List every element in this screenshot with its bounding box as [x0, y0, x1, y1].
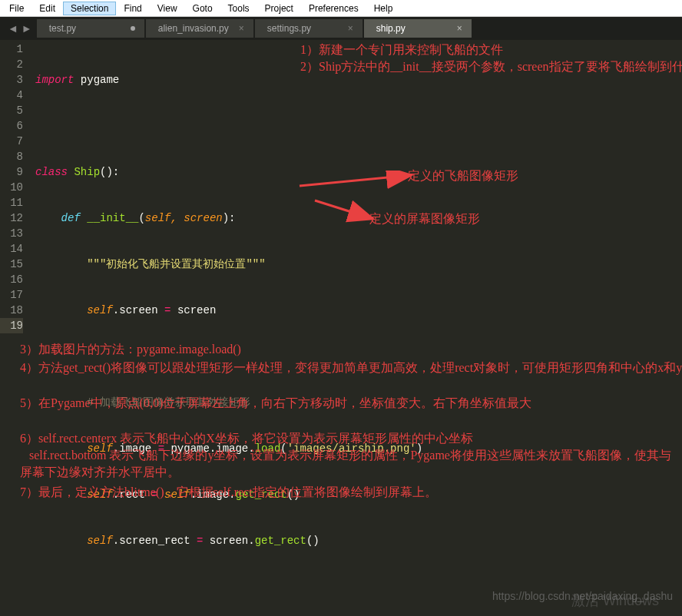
line-number: 16 — [0, 272, 23, 287]
tab-settings-py[interactable]: settings.py × — [255, 19, 363, 38]
line-number: 13 — [0, 226, 23, 241]
nav-back-icon[interactable]: ◄ — [8, 22, 18, 35]
code-area[interactable]: import pygame class Ship(): def __init__… — [28, 40, 682, 616]
annotation-2: 2）Ship方法中的__init__接受两个参数，screen指定了要将飞船绘制… — [300, 58, 677, 75]
line-number: 14 — [0, 241, 23, 257]
tab-label: alien_invasion.py — [158, 23, 229, 34]
line-number: 1 — [0, 41, 23, 57]
menu-preferences[interactable]: Preferences — [301, 2, 366, 15]
tab-nav: ◄ ► — [3, 22, 37, 35]
annotation-side-2: 定义的屏幕图像矩形 — [369, 210, 480, 227]
menu-project[interactable]: Project — [257, 2, 301, 15]
tab-label: ship.py — [376, 23, 406, 34]
line-number: 15 — [0, 257, 23, 272]
menu-tools[interactable]: Tools — [220, 2, 257, 15]
line-number: 12 — [0, 210, 23, 226]
line-number: 5 — [0, 103, 23, 118]
line-number-gutter: 12345678910111213141516171819 — [0, 40, 28, 616]
tab-bar: ◄ ► test.py alien_invasion.py × settings… — [0, 17, 682, 40]
line-number: 2 — [0, 57, 23, 72]
annotation-6: 6）self.rect.centerx 表示飞船中心的X坐标，将它设置为表示屏幕… — [20, 430, 677, 481]
line-number: 18 — [0, 303, 23, 318]
annotation-side-1: 定义的飞船图像矩形 — [408, 167, 518, 184]
tab-label: settings.py — [267, 23, 311, 34]
tab-alien-invasion-py[interactable]: alien_invasion.py × — [146, 19, 253, 38]
line-number: 7 — [0, 134, 23, 149]
tab-ship-py[interactable]: ship.py × — [364, 19, 472, 38]
line-number: 8 — [0, 149, 23, 164]
annotation-5: 5）在Pygame中，原点(0,0)位于屏幕左上角，向右下方移动时，坐标值变大。… — [20, 395, 677, 412]
menu-find[interactable]: Find — [116, 2, 149, 15]
menu-edit[interactable]: Edit — [31, 2, 63, 15]
line-number: 4 — [0, 88, 23, 103]
line-number: 9 — [0, 164, 23, 180]
menu-file[interactable]: File — [2, 2, 31, 15]
tab-label: test.py — [49, 23, 76, 34]
menu-bar: File Edit Selection Find View Goto Tools… — [0, 0, 682, 17]
activate-windows-text: 激活 Windows — [571, 591, 659, 610]
annotation-1: 1）新建一个专门用来控制飞船的文件 — [300, 41, 669, 58]
line-number: 10 — [0, 180, 23, 195]
line-number: 17 — [0, 287, 23, 303]
close-icon[interactable]: × — [457, 23, 462, 34]
code-editor[interactable]: 12345678910111213141516171819 import pyg… — [0, 40, 682, 616]
annotation-7: 7）最后，定义方法blitme()，它根据self.rect指定的位置将图像绘制… — [20, 484, 677, 501]
menu-selection[interactable]: Selection — [63, 2, 116, 15]
menu-help[interactable]: Help — [366, 2, 401, 15]
line-number: 6 — [0, 118, 23, 134]
menu-goto[interactable]: Goto — [185, 2, 220, 15]
tab-test-py[interactable]: test.py — [37, 19, 144, 38]
dirty-indicator-icon — [131, 26, 135, 31]
menu-view[interactable]: View — [150, 2, 185, 15]
close-icon[interactable]: × — [348, 23, 353, 34]
line-number: 3 — [0, 72, 23, 88]
line-number: 11 — [0, 195, 23, 210]
annotation-4: 4）方法get_rect()将图像可以跟处理矩形一样处理，变得更加简单更加高效，… — [20, 359, 677, 376]
annotation-3: 3）加载图片的方法：pygame.image.load() — [20, 341, 673, 358]
close-icon[interactable]: × — [239, 23, 244, 34]
line-number: 19 — [0, 318, 23, 333]
nav-forward-icon[interactable]: ► — [22, 22, 32, 35]
